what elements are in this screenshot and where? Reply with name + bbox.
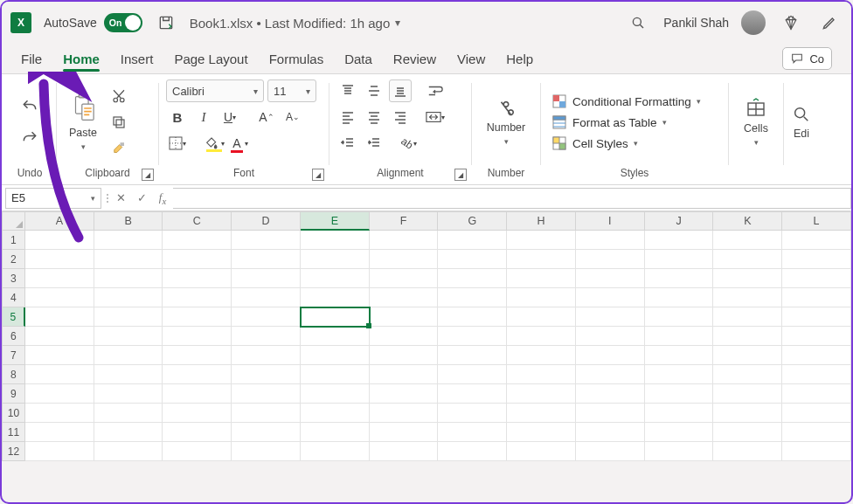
orientation-button[interactable]: ab▾ bbox=[398, 132, 420, 155]
column-header-H[interactable]: H bbox=[507, 211, 576, 231]
enter-formula-button[interactable]: ✓ bbox=[131, 188, 152, 209]
format-painter-button[interactable] bbox=[107, 137, 130, 160]
cell-E12[interactable] bbox=[301, 442, 370, 461]
paste-button[interactable]: Paste ▾ bbox=[64, 92, 102, 153]
cell-L9[interactable] bbox=[782, 384, 851, 404]
cell-I8[interactable] bbox=[576, 365, 645, 384]
increase-indent-button[interactable] bbox=[363, 132, 385, 155]
cell-F6[interactable] bbox=[370, 327, 439, 346]
column-header-I[interactable]: I bbox=[576, 211, 645, 231]
cell-C9[interactable] bbox=[163, 384, 232, 404]
fx-icon[interactable]: fx bbox=[152, 188, 173, 209]
cell-K6[interactable] bbox=[713, 327, 782, 346]
tab-page-layout[interactable]: Page Layout bbox=[174, 48, 247, 70]
cell-G1[interactable] bbox=[438, 231, 507, 250]
column-header-G[interactable]: G bbox=[438, 211, 507, 231]
cell-E9[interactable] bbox=[301, 384, 370, 404]
cell-H11[interactable] bbox=[507, 423, 576, 442]
cell-A1[interactable] bbox=[25, 231, 94, 250]
cell-A8[interactable] bbox=[25, 365, 94, 384]
cells-button[interactable]: Cells ▾ bbox=[737, 96, 775, 148]
cell-C6[interactable] bbox=[163, 327, 232, 346]
align-bottom-button[interactable] bbox=[389, 79, 412, 102]
cell-F10[interactable] bbox=[370, 404, 439, 423]
cell-B7[interactable] bbox=[94, 346, 163, 365]
cell-C5[interactable] bbox=[163, 307, 232, 327]
cell-C12[interactable] bbox=[163, 442, 232, 461]
cell-F8[interactable] bbox=[370, 365, 439, 384]
decrease-indent-button[interactable] bbox=[336, 132, 359, 155]
comments-button[interactable]: Co bbox=[782, 47, 832, 70]
cell-B11[interactable] bbox=[94, 423, 163, 442]
increase-font-button[interactable]: A⌃ bbox=[255, 106, 278, 128]
conditional-formatting-button[interactable]: Conditional Formatting▾ bbox=[548, 93, 704, 110]
cell-J12[interactable] bbox=[645, 442, 714, 461]
cell-E8[interactable] bbox=[301, 365, 370, 384]
cell-K3[interactable] bbox=[713, 269, 782, 288]
cancel-formula-button[interactable]: ✕ bbox=[110, 188, 131, 209]
cell-I7[interactable] bbox=[576, 346, 645, 365]
cell-L12[interactable] bbox=[782, 442, 851, 461]
cell-H10[interactable] bbox=[507, 404, 576, 423]
cell-G12[interactable] bbox=[438, 442, 507, 461]
cell-G9[interactable] bbox=[438, 384, 507, 404]
cell-B12[interactable] bbox=[94, 442, 163, 461]
cell-B8[interactable] bbox=[94, 365, 163, 384]
editing-button[interactable]: Edi bbox=[782, 103, 821, 142]
cell-E7[interactable] bbox=[301, 346, 370, 365]
row-header-1[interactable]: 1 bbox=[2, 231, 25, 250]
column-header-K[interactable]: K bbox=[713, 211, 782, 231]
tab-file[interactable]: File bbox=[21, 48, 42, 70]
cell-F4[interactable] bbox=[370, 288, 439, 307]
cell-I12[interactable] bbox=[576, 442, 645, 461]
cell-I4[interactable] bbox=[576, 288, 645, 307]
font-color-button[interactable]: A▾ bbox=[229, 132, 252, 155]
cell-E6[interactable] bbox=[301, 327, 370, 346]
cell-B4[interactable] bbox=[94, 288, 163, 307]
cell-K5[interactable] bbox=[713, 307, 782, 327]
cell-K10[interactable] bbox=[713, 404, 782, 423]
bold-button[interactable]: B bbox=[166, 106, 189, 128]
row-header-12[interactable]: 12 bbox=[2, 442, 25, 461]
cell-A11[interactable] bbox=[25, 423, 94, 442]
cell-K2[interactable] bbox=[713, 250, 782, 269]
cell-A4[interactable] bbox=[25, 288, 94, 307]
cell-K1[interactable] bbox=[713, 231, 782, 250]
cell-L10[interactable] bbox=[782, 404, 851, 423]
cell-A7[interactable] bbox=[25, 346, 94, 365]
diamond-icon[interactable] bbox=[778, 10, 804, 36]
cell-I5[interactable] bbox=[576, 307, 645, 327]
cell-A5[interactable] bbox=[25, 307, 94, 327]
cell-J8[interactable] bbox=[645, 365, 714, 384]
cell-F9[interactable] bbox=[370, 384, 439, 404]
cell-D3[interactable] bbox=[232, 269, 301, 288]
cell-H4[interactable] bbox=[507, 288, 576, 307]
name-box[interactable]: E5 ▾ bbox=[5, 188, 101, 209]
cell-F7[interactable] bbox=[370, 346, 439, 365]
cell-F12[interactable] bbox=[370, 442, 439, 461]
column-header-D[interactable]: D bbox=[232, 211, 301, 231]
cell-A3[interactable] bbox=[25, 269, 94, 288]
column-header-F[interactable]: F bbox=[370, 211, 439, 231]
cell-C10[interactable] bbox=[163, 404, 232, 423]
cell-E3[interactable] bbox=[301, 269, 370, 288]
autosave-control[interactable]: AutoSave On bbox=[44, 13, 142, 32]
cell-D5[interactable] bbox=[232, 307, 301, 327]
cell-K8[interactable] bbox=[713, 365, 782, 384]
cell-L7[interactable] bbox=[782, 346, 851, 365]
cell-H5[interactable] bbox=[507, 307, 576, 327]
cell-D12[interactable] bbox=[232, 442, 301, 461]
cell-J6[interactable] bbox=[645, 327, 714, 346]
cell-L2[interactable] bbox=[782, 250, 851, 269]
cell-J4[interactable] bbox=[645, 288, 714, 307]
cell-styles-button[interactable]: Cell Styles▾ bbox=[548, 135, 704, 152]
clipboard-dialog-launcher[interactable]: ◢ bbox=[142, 169, 154, 181]
tab-insert[interactable]: Insert bbox=[121, 48, 154, 70]
cell-C1[interactable] bbox=[163, 231, 232, 250]
row-header-9[interactable]: 9 bbox=[2, 384, 25, 404]
cell-K9[interactable] bbox=[713, 384, 782, 404]
cell-G6[interactable] bbox=[438, 327, 507, 346]
cell-E1[interactable] bbox=[301, 231, 370, 250]
cell-J7[interactable] bbox=[645, 346, 714, 365]
align-left-button[interactable] bbox=[336, 106, 359, 128]
